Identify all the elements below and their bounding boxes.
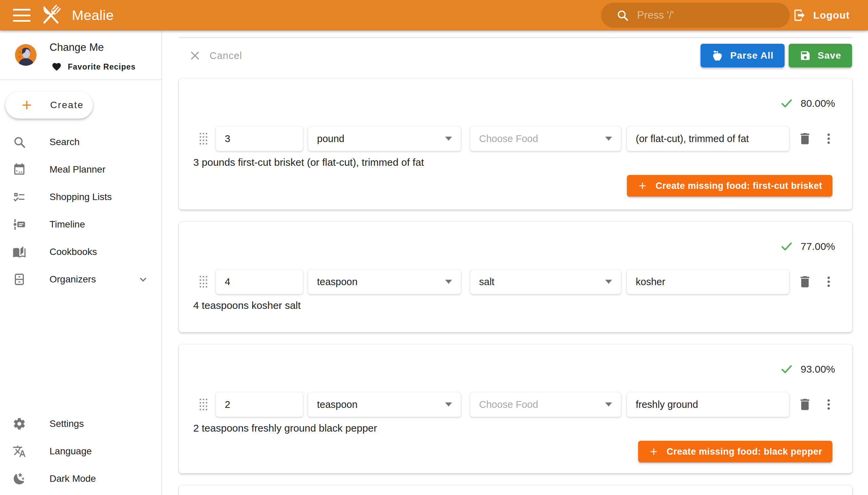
quantity-input[interactable]: 3 [216, 126, 303, 151]
sidebar-item-label: Search [50, 137, 80, 148]
delete-button[interactable] [798, 397, 812, 412]
sidebar: Change Me Favorite Recipes Create Search [0, 31, 162, 495]
timeline-icon [12, 217, 27, 232]
confidence-value: 80.00% [801, 98, 835, 109]
original-ingredient-text: 3 pounds first-cut brisket (or flat-cut)… [193, 157, 424, 168]
sidebar-item-organizers[interactable]: Organizers [0, 266, 161, 293]
caret-down-icon [445, 137, 452, 141]
translate-icon [12, 444, 27, 458]
drag-handle-icon[interactable] [199, 133, 207, 145]
mealie-logo-icon [38, 2, 64, 28]
kebab-icon [822, 132, 835, 146]
sidebar-item-meal-planner[interactable]: Meal Planner [0, 156, 161, 183]
sidebar-item-language[interactable]: Language [0, 437, 161, 465]
gear-icon [12, 417, 27, 431]
save-button[interactable]: Save [789, 44, 852, 67]
moon-stars-icon [12, 472, 27, 486]
delete-button[interactable] [798, 274, 812, 289]
ingredient-list: 80.00% 3 pound Ch [179, 79, 852, 495]
caret-down-icon [445, 280, 452, 284]
original-ingredient-text: 4 teaspoons kosher salt [193, 300, 301, 311]
app-title: Mealie [72, 7, 114, 23]
create-missing-food-button[interactable]: Create missing food: first-cut brisket [627, 175, 832, 197]
sidebar-item-label: Cookbooks [50, 246, 97, 257]
note-input[interactable]: (or flat-cut), trimmed of fat [627, 126, 789, 151]
sidebar-item-dark-mode[interactable]: Dark Mode [0, 465, 161, 492]
trash-icon [798, 274, 812, 289]
sidebar-item-settings[interactable]: Settings [0, 410, 161, 437]
main-content: Cancel Parse All Save 80.00% [163, 31, 868, 495]
search-icon [616, 9, 629, 22]
save-icon [800, 50, 811, 62]
logout-button[interactable]: Logout [793, 0, 850, 31]
menu-icon[interactable] [13, 9, 31, 22]
sidebar-item-timeline[interactable]: Timeline [0, 210, 161, 238]
sidebar-item-label: Meal Planner [50, 164, 105, 175]
confidence-indicator: 93.00% [780, 362, 835, 376]
avatar[interactable] [15, 44, 37, 66]
quantity-input[interactable]: 2 [216, 392, 303, 417]
open-book-icon [12, 245, 27, 259]
search-input[interactable]: Press '/' [601, 3, 790, 28]
note-input[interactable]: kosher [627, 269, 789, 294]
food-select[interactable]: salt [470, 269, 621, 294]
favorites-label: Favorite Recipes [68, 62, 136, 71]
user-name: Change Me [50, 41, 104, 54]
ingredient-fields-row: 2 teaspoon Choose Food freshly ground [179, 392, 852, 417]
save-label: Save [818, 50, 841, 61]
food-select[interactable]: Choose Food [470, 126, 621, 151]
profile-section: Change Me Favorite Recipes [0, 31, 161, 80]
note-input[interactable]: freshly ground [627, 392, 789, 417]
create-label: Create [50, 100, 84, 110]
logout-icon [793, 8, 806, 22]
trash-icon [798, 397, 812, 412]
food-placeholder: Choose Food [479, 133, 538, 144]
plus-icon [20, 98, 34, 112]
caret-down-icon [605, 280, 612, 284]
drawer-cabinet-icon [12, 272, 27, 287]
confidence-indicator: 77.00% [780, 239, 835, 254]
more-options-button[interactable] [822, 275, 835, 289]
chevron-down-icon[interactable] [137, 273, 149, 286]
create-missing-food-button[interactable]: Create missing food: black pepper [638, 441, 832, 462]
quantity-value: 4 [225, 276, 230, 288]
heart-icon [52, 62, 62, 72]
ingredient-fields-row: 4 teaspoon salt kosher [179, 269, 852, 294]
cancel-button[interactable]: Cancel [189, 50, 242, 62]
plus-icon [637, 181, 648, 191]
favorite-recipes-link[interactable]: Favorite Recipes [52, 62, 136, 72]
sidebar-item-shopping-lists[interactable]: Shopping Lists [0, 183, 161, 210]
food-placeholder: Choose Food [479, 399, 538, 410]
sidebar-item-search[interactable]: Search [0, 128, 161, 156]
caret-down-icon [445, 403, 452, 407]
sidebar-item-label: Organizers [50, 274, 96, 285]
drag-handle-icon[interactable] [199, 276, 207, 288]
unit-select[interactable]: pound [308, 126, 461, 151]
drag-handle-icon[interactable] [199, 398, 207, 411]
top-app-bar: Mealie Press '/' Logout [0, 0, 868, 31]
unit-value: pound [317, 133, 344, 144]
sidebar-item-label: Timeline [50, 219, 85, 230]
more-options-button[interactable] [822, 132, 835, 146]
plus-icon [648, 446, 659, 457]
logout-label: Logout [813, 10, 850, 21]
more-options-button[interactable] [822, 398, 835, 411]
sidebar-item-label: Dark Mode [50, 473, 96, 484]
check-icon [780, 96, 794, 110]
ingredient-fields-row: 3 pound Choose Food (or flat-cut), trimm… [179, 126, 852, 151]
ingredient-card: 93.00% 2 teaspoon [179, 344, 852, 473]
unit-select[interactable]: teaspoon [308, 392, 461, 417]
parse-all-button[interactable]: Parse All [700, 44, 785, 67]
create-button[interactable]: Create [5, 91, 93, 119]
apple-icon [711, 50, 724, 62]
confidence-value: 93.00% [801, 363, 835, 375]
kebab-icon [822, 398, 835, 411]
caret-down-icon [605, 137, 612, 141]
sidebar-nav: Search Meal Planner Shopping Lists [0, 128, 161, 293]
food-select[interactable]: Choose Food [470, 392, 621, 417]
sidebar-item-cookbooks[interactable]: Cookbooks [0, 238, 161, 266]
delete-button[interactable] [798, 131, 812, 146]
quantity-input[interactable]: 4 [216, 269, 303, 294]
unit-select[interactable]: teaspoon [308, 269, 461, 294]
checklist-icon [12, 190, 27, 204]
